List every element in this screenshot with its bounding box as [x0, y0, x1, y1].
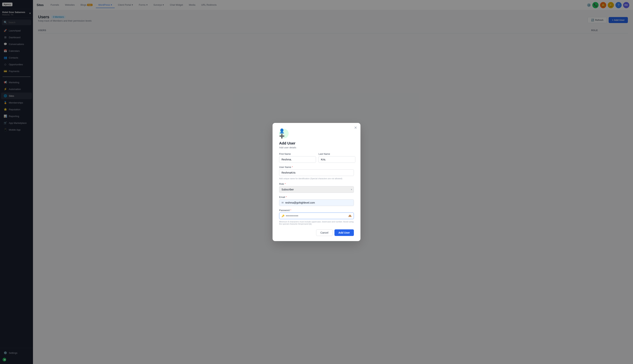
last-name-input[interactable]: [319, 156, 355, 163]
password-required: *: [290, 209, 291, 212]
email-label: Email *: [279, 196, 354, 198]
modal-close-button[interactable]: ✕: [354, 126, 357, 130]
modal-subtitle: Add user details: [279, 146, 354, 149]
eye-off-icon[interactable]: 🙈: [348, 214, 351, 217]
email-input-wrap: ✉: [279, 200, 354, 206]
email-input[interactable]: [284, 200, 351, 206]
password-hint: Minimum 8 characters must include upperc…: [279, 220, 354, 225]
add-user-modal: ✕ 👤➕ Add User Add user details First Nam…: [273, 123, 360, 241]
envelope-icon: ✉: [282, 201, 284, 204]
username-label: User Name *: [279, 166, 354, 168]
modal-title: Add User: [279, 141, 354, 146]
first-name-input[interactable]: [279, 156, 316, 163]
first-name-group: First Name: [279, 152, 316, 163]
first-name-label: First Name: [279, 152, 316, 155]
add-user-modal-label: Add User: [338, 231, 350, 234]
name-row: First Name Last Name: [279, 152, 354, 163]
role-required: *: [285, 182, 286, 185]
username-required: *: [292, 166, 293, 168]
modal-actions: Cancel Add User: [279, 229, 354, 236]
username-input[interactable]: [279, 170, 354, 176]
cancel-button[interactable]: Cancel: [316, 229, 333, 236]
password-input-wrap: 🔑 🙈: [279, 212, 354, 219]
role-label: Role *: [279, 182, 354, 185]
role-group: Role * Subscriber Administrator Editor ▾: [279, 182, 354, 193]
email-group: Email * ✉: [279, 196, 354, 206]
modal-overlay: ✕ 👤➕ Add User Add user details First Nam…: [0, 0, 633, 364]
email-required: *: [286, 196, 287, 198]
cancel-label: Cancel: [320, 231, 328, 234]
modal-add-user-button[interactable]: Add User: [334, 229, 354, 236]
key-icon: 🔑: [282, 214, 284, 217]
modal-icon: 👤➕: [279, 129, 289, 138]
password-label: Password *: [279, 209, 354, 212]
role-select-wrap: Subscriber Administrator Editor ▾: [279, 186, 354, 193]
username-group: User Name * Add unique name for identifi…: [279, 166, 354, 180]
last-name-label: Last Name: [319, 152, 355, 155]
add-person-icon: 👤➕: [279, 128, 289, 139]
role-select[interactable]: Subscriber Administrator Editor: [279, 186, 354, 193]
username-hint: Add unique name for identification (Spec…: [279, 178, 354, 180]
password-input[interactable]: [284, 213, 348, 219]
password-group: Password * 🔑 🙈 Minimum 8 characters must…: [279, 209, 354, 225]
last-name-group: Last Name: [319, 152, 355, 163]
